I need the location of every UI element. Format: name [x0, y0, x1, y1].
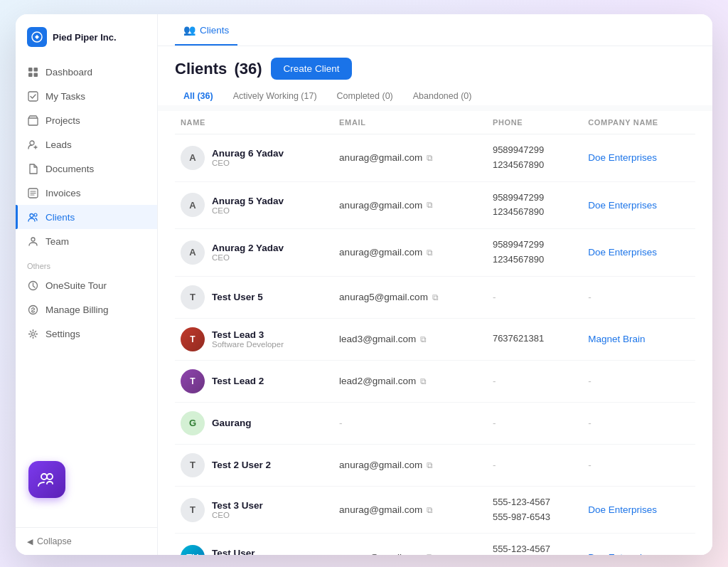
email-cell: anurag5@gmail.com ⧉: [339, 292, 481, 302]
clients-icon: [27, 211, 38, 223]
email-text: anurag@gmail.com: [339, 152, 422, 163]
avatar: T: [181, 453, 205, 477]
email-cell: anurag@gmail.com ⧉: [339, 460, 481, 470]
company-td: -: [582, 402, 695, 444]
copy-email-icon[interactable]: ⧉: [427, 505, 433, 515]
create-client-button[interactable]: Create Client: [271, 58, 353, 80]
company-link[interactable]: Doe Enterprises: [588, 247, 657, 258]
phone-cell: 555-123-4567 555-987-6543: [493, 495, 577, 525]
name-cell: A Anurag 5 Yadav CEO: [175, 181, 333, 229]
copy-email-icon[interactable]: ⧉: [427, 200, 433, 210]
email-cell: lead2@gmail.com ⧉: [339, 376, 481, 386]
tab-bar: 👥 Clients: [158, 14, 712, 46]
phone-line1: 555-123-4567: [493, 495, 577, 510]
email-text: anurag@gmail.com: [339, 504, 422, 515]
copy-email-icon[interactable]: ⧉: [432, 292, 439, 302]
company-link[interactable]: Doe Enterprises: [588, 504, 657, 515]
name-cell: A Anurag 6 Yadav CEO: [175, 134, 333, 182]
chevron-left-icon: ◀: [27, 537, 33, 546]
team-icon: [27, 235, 38, 247]
avatar: T: [181, 369, 205, 393]
client-name[interactable]: Test User 5: [212, 292, 263, 302]
phone-td: 555-123-4567 555-987-6543: [487, 534, 582, 555]
client-name[interactable]: Anurag 5 Yadav: [212, 196, 284, 206]
filter-abandoned[interactable]: Abandoned (0): [405, 87, 481, 105]
filter-all[interactable]: All (36): [175, 87, 222, 105]
client-name[interactable]: Test User: [212, 548, 255, 555]
sidebar-item-documents[interactable]: Documents: [16, 157, 157, 181]
sidebar-item-projects[interactable]: Projects: [16, 108, 157, 132]
table-row[interactable]: T Test Lead 3 Software Developer lead3@g…: [175, 318, 695, 360]
floating-action-button[interactable]: [28, 461, 65, 498]
copy-email-icon[interactable]: ⧉: [420, 334, 427, 344]
phone-td: -: [487, 402, 582, 444]
table-row[interactable]: A Anurag 5 Yadav CEO anurag@gmail.com ⧉ …: [175, 181, 695, 229]
sidebar-item-my-tasks[interactable]: My Tasks: [16, 84, 157, 108]
phone-line1: 9589947299: [493, 143, 577, 158]
name-block: Gaurang: [212, 418, 252, 428]
copy-email-icon[interactable]: ⧉: [427, 153, 433, 163]
table-row[interactable]: T Test 2 User 2 anurag@gmail.com ⧉ - -: [175, 444, 695, 486]
company-link[interactable]: Magnet Brain: [588, 334, 645, 344]
client-name[interactable]: Anurag 2 Yadav: [212, 243, 284, 253]
name-cell: T Test Lead 3 Software Developer: [175, 318, 333, 360]
email-dash: -: [339, 418, 343, 428]
sidebar-item-clients[interactable]: Clients: [16, 205, 157, 229]
copy-email-icon[interactable]: ⧉: [427, 460, 433, 470]
copy-email-icon[interactable]: ⧉: [420, 376, 427, 386]
sidebar-item-leads[interactable]: Leads: [16, 132, 157, 157]
table-row[interactable]: T Test Lead 2 lead2@gmail.com ⧉ - -: [175, 360, 695, 402]
company-link[interactable]: Doe Enterprises: [588, 152, 657, 163]
table-row[interactable]: T Test User 5 anurag5@gmail.com ⧉ - -: [175, 276, 695, 318]
sidebar-item-onesuite-tour[interactable]: OneSuite Tour: [16, 273, 157, 297]
client-name[interactable]: Gaurang: [212, 418, 252, 428]
client-name[interactable]: Anurag 6 Yadav: [212, 148, 284, 159]
table-row[interactable]: TU Test User CEO anurag@gmail.com ⧉ 555-…: [175, 534, 695, 555]
clients-table-container: NAME EMAIL PHONE COMPANY NAME A Anurag 6…: [158, 111, 712, 555]
table-row[interactable]: G Gaurang - - -: [175, 402, 695, 444]
client-name[interactable]: Test 2 User 2: [212, 460, 271, 470]
copy-email-icon[interactable]: ⧉: [427, 552, 433, 555]
company-td: -: [582, 444, 695, 486]
avatar: TU: [181, 545, 205, 555]
email-td: anurag@gmail.com ⧉: [333, 181, 487, 229]
svg-point-6: [30, 141, 34, 145]
phone-cell: 7637621381: [493, 332, 577, 346]
name-cell: T Test User 5: [175, 276, 333, 318]
clients-label: Clients: [46, 212, 75, 223]
documents-label: Documents: [46, 164, 94, 174]
company-link[interactable]: Doe Enterprises: [588, 200, 657, 211]
dashboard-icon: [27, 66, 38, 78]
client-name-cell: T Test Lead 3 Software Developer: [181, 327, 328, 351]
company-td: Doe Enterprises: [582, 534, 695, 555]
client-name-cell: T Test 3 User CEO: [181, 498, 328, 522]
client-name[interactable]: Test 3 User: [212, 500, 263, 511]
table-row[interactable]: A Anurag 2 Yadav CEO anurag@gmail.com ⧉ …: [175, 229, 695, 277]
avatar: A: [181, 146, 205, 170]
name-cell: T Test 3 User CEO: [175, 486, 333, 534]
phone-line2: 555-987-6543: [493, 510, 577, 525]
sidebar-item-dashboard[interactable]: Dashboard: [16, 60, 157, 84]
table-row[interactable]: A Anurag 6 Yadav CEO anurag@gmail.com ⧉ …: [175, 134, 695, 182]
col-name: NAME: [175, 111, 333, 134]
client-name[interactable]: Test Lead 2: [212, 376, 264, 386]
projects-icon: [27, 115, 38, 126]
tab-clients-icon: 👥: [183, 24, 196, 36]
client-name[interactable]: Test Lead 3: [212, 329, 284, 340]
collapse-button[interactable]: ◀ Collapse: [16, 527, 157, 555]
copy-email-icon[interactable]: ⧉: [427, 248, 433, 258]
filter-actively-working[interactable]: Actively Working (17): [225, 87, 326, 105]
filter-completed[interactable]: Completed (0): [328, 87, 402, 105]
tab-clients[interactable]: 👥 Clients: [175, 14, 237, 46]
phone-td: -: [487, 360, 582, 402]
table-row[interactable]: T Test 3 User CEO anurag@gmail.com ⧉ 555…: [175, 486, 695, 534]
logo-icon: [27, 27, 47, 47]
client-subtitle: CEO: [212, 253, 284, 262]
sidebar-item-invoices[interactable]: Invoices: [16, 181, 157, 205]
phone-line2: 1234567890: [493, 205, 577, 220]
company-link[interactable]: Doe Enterprises: [588, 552, 657, 555]
sidebar-item-team[interactable]: Team: [16, 229, 157, 253]
name-cell: T Test Lead 2: [175, 360, 333, 402]
sidebar-item-manage-billing[interactable]: Manage Billing: [16, 297, 157, 322]
sidebar-item-settings[interactable]: Settings: [16, 322, 157, 346]
